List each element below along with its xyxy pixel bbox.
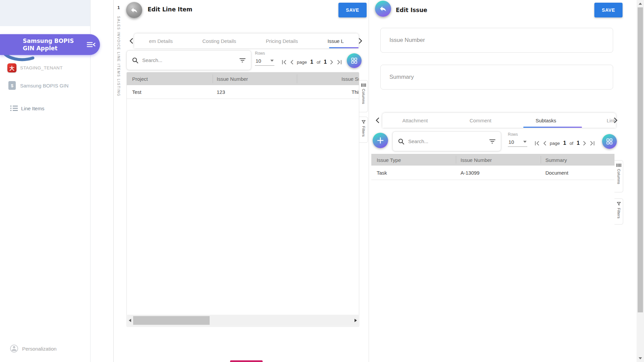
rows-per-page-select[interactable]: 10: [255, 57, 274, 66]
filter-icon[interactable]: [239, 58, 246, 63]
table-row[interactable]: Task A-13099 Document: [371, 166, 614, 180]
current-page: 1: [563, 140, 566, 146]
column-header-issue-number[interactable]: Issue Number: [217, 76, 248, 82]
rows-label: Rows: [508, 132, 527, 137]
funnel-icon: [362, 120, 366, 124]
search-icon: [132, 57, 139, 64]
column-header-issue-number[interactable]: Issue Number: [461, 157, 492, 163]
scroll-left-icon[interactable]: [129, 319, 131, 322]
horizontal-scrollbar[interactable]: [127, 315, 359, 326]
active-tab-underline: [329, 47, 359, 48]
sidebar-item-staging-tenant[interactable]: 大 STAGING_TENANT: [0, 60, 91, 75]
applet-title-pill[interactable]: Samsung BOPIS GIN Applet: [0, 34, 100, 55]
first-page-icon[interactable]: [535, 141, 540, 146]
grid-icon: [351, 57, 358, 64]
cell-summary: Document: [545, 170, 568, 176]
tab-item-details[interactable]: em Details: [134, 34, 187, 48]
column-header-summary[interactable]: Summary: [545, 157, 567, 163]
issue-number-field[interactable]: Issue Number: [380, 28, 613, 53]
filters-side-tab[interactable]: Filters: [614, 198, 623, 225]
scroll-up-icon[interactable]: [639, 3, 642, 5]
search-icon: [398, 138, 405, 145]
filters-side-tab[interactable]: Filters: [359, 117, 368, 143]
sidebar-item-samsung-bopis-gin[interactable]: $ Samsung BOPIS GIN: [0, 78, 91, 93]
tab-attachment[interactable]: Attachment: [382, 113, 448, 128]
tabs-scroll-right-icon[interactable]: [357, 37, 364, 45]
summary-field[interactable]: Summary: [380, 65, 613, 89]
plus-icon: [377, 137, 384, 144]
scrollbar-thumb[interactable]: [133, 316, 210, 325]
line-items-table: Project Issue Number Issue Sur Test 123 …: [126, 72, 359, 327]
last-page-icon[interactable]: [337, 60, 342, 65]
subtasks-table: Issue Type Issue Number Summary Task A-1…: [371, 154, 614, 184]
pagination: page 1 of 1: [282, 58, 342, 66]
listing-label-strip: 1 SALES INVOICE LINE ITEMS LISTING: [113, 0, 123, 362]
vertical-scrollbar[interactable]: [637, 0, 644, 362]
columns-side-tab[interactable]: Columns: [614, 160, 623, 192]
scroll-down-icon[interactable]: [639, 357, 642, 359]
back-button[interactable]: [126, 2, 142, 18]
tab-costing-details[interactable]: Costing Details: [187, 34, 251, 48]
panel-title: Edit Issue: [396, 7, 427, 13]
rows-label: Rows: [255, 51, 274, 56]
last-page-icon[interactable]: [590, 141, 595, 146]
scrollbar-thumb[interactable]: [638, 7, 643, 312]
column-header-issue-type[interactable]: Issue Type: [377, 157, 401, 163]
search-box: [126, 50, 251, 70]
tab-link[interactable]: Link: [579, 113, 616, 128]
sidebar-item-line-items[interactable]: Line Items: [0, 101, 91, 116]
funnel-icon: [617, 202, 621, 206]
tabs-scroll-left-icon[interactable]: [374, 116, 381, 124]
tab-subtasks[interactable]: Subtasks: [513, 113, 579, 128]
search-box: [392, 131, 501, 151]
sidebar-top-box: [0, 0, 90, 26]
first-page-icon[interactable]: [282, 60, 287, 65]
filters-tab-label: Filters: [362, 126, 366, 137]
tab-issue[interactable]: Issue L: [313, 34, 359, 48]
table-header: Issue Type Issue Number Summary: [371, 154, 614, 166]
prev-page-icon[interactable]: [290, 60, 293, 65]
filters-tab-label: Filters: [617, 208, 621, 219]
listing-index-number: 1: [114, 5, 123, 10]
cell-issue-summary: This: [352, 89, 359, 95]
tabs-scroll-left-icon[interactable]: [127, 37, 135, 45]
scroll-right-icon[interactable]: [355, 319, 357, 322]
add-subtask-button[interactable]: [373, 133, 388, 148]
views-button[interactable]: [602, 134, 617, 149]
tenant-logo-icon: 大: [7, 63, 16, 72]
column-header-issue-summary[interactable]: Issue Sur: [341, 76, 359, 82]
cell-issue-number: A-13099: [461, 170, 480, 176]
active-tab-underline: [523, 127, 582, 128]
sidebar-item-personalization[interactable]: Personalization: [0, 341, 91, 356]
columns-side-tab[interactable]: Columns: [359, 80, 368, 112]
search-input[interactable]: [142, 51, 217, 70]
back-button[interactable]: [375, 1, 391, 17]
sidebar-item-label: STAGING_TENANT: [20, 65, 63, 70]
columns-icon: [616, 164, 621, 167]
list-icon: [10, 105, 18, 112]
prev-page-icon[interactable]: [543, 141, 546, 146]
bottom-action-peek[interactable]: [230, 360, 263, 362]
menu-collapse-icon[interactable]: [85, 39, 97, 50]
cell-project: Test: [132, 89, 142, 95]
filter-icon[interactable]: [489, 139, 495, 144]
save-button[interactable]: SAVE: [338, 3, 367, 17]
grid-icon: [606, 138, 613, 145]
column-header-project[interactable]: Project: [132, 76, 148, 82]
views-button[interactable]: [347, 53, 362, 68]
pagination: page 1 of 1: [535, 139, 595, 147]
tabs-scroll-right-icon[interactable]: [612, 116, 619, 124]
save-button[interactable]: SAVE: [594, 3, 623, 17]
tab-pricing-details[interactable]: Pricing Details: [251, 34, 313, 48]
next-page-icon[interactable]: [583, 141, 586, 146]
search-input[interactable]: [408, 132, 473, 151]
sidebar: Samsung BOPIS GIN Applet 大 STAGING_TENAN…: [0, 0, 91, 362]
current-page: 1: [310, 59, 313, 65]
of-word: of: [317, 60, 320, 65]
table-row[interactable]: Test 123 This: [127, 85, 359, 99]
rows-control: Rows 10: [255, 51, 274, 66]
rows-per-page-select[interactable]: 10: [508, 138, 527, 147]
next-page-icon[interactable]: [330, 60, 333, 65]
tab-comment[interactable]: Comment: [448, 113, 513, 128]
listing-vertical-label: SALES INVOICE LINE ITEMS LISTING: [117, 16, 120, 97]
